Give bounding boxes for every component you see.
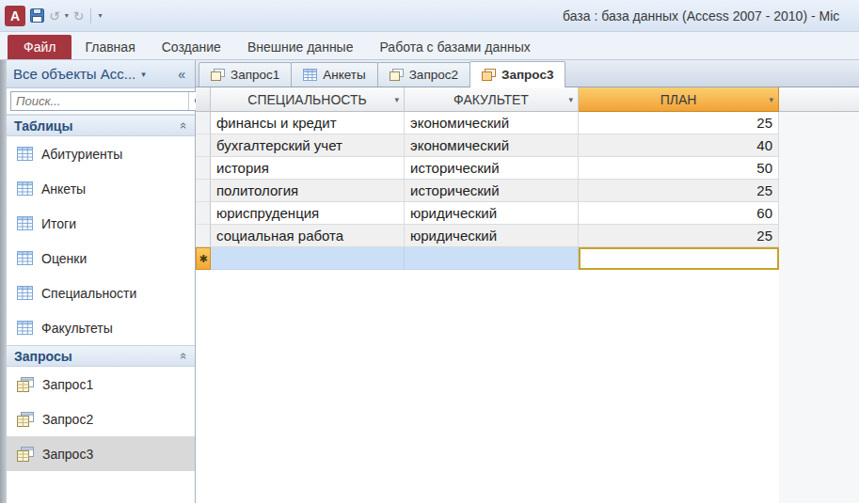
record-selector[interactable] <box>196 112 211 134</box>
sidebar-item-otsenki[interactable]: Оценки <box>7 241 195 276</box>
sidebar-item-label: Запрос1 <box>42 377 93 392</box>
doc-tab-zapros1[interactable]: Запрос1 <box>199 62 292 87</box>
column-dropdown-icon[interactable]: ▾ <box>394 95 399 104</box>
query-icon <box>390 69 404 81</box>
table-row: бухгалтерский учет экономический 40 <box>196 134 859 157</box>
shutter-close-icon[interactable]: « <box>175 67 188 82</box>
tab-external-data[interactable]: Внешние данные <box>234 35 367 59</box>
cell-specialnost[interactable]: политология <box>211 180 405 202</box>
cell-specialnost[interactable]: история <box>211 157 405 180</box>
doc-tab-ankety[interactable]: Анкеты <box>291 62 377 87</box>
workspace: Все объекты Acc... ▾ « Таблицы « Аб <box>0 60 859 503</box>
cell-plan[interactable]: 50 <box>579 157 779 180</box>
quick-access-toolbar: A ↺ ▾ ↻ ▾ <box>0 6 103 26</box>
sidebar-item-spetsialnosti[interactable]: Специальности <box>7 276 195 310</box>
navigation-pane-header[interactable]: Все объекты Acc... ▾ « <box>7 60 195 88</box>
table-icon <box>17 286 33 300</box>
active-cell-plan[interactable] <box>579 247 779 270</box>
undo-icon[interactable]: ↺ <box>49 9 60 23</box>
column-dropdown-icon[interactable]: ▾ <box>568 95 573 104</box>
column-header-specialnost[interactable]: СПЕЦИАЛЬНОСТЬ ▾ <box>211 87 405 112</box>
sidebar-item-ankety[interactable]: Анкеты <box>7 171 195 206</box>
cell-plan[interactable]: 60 <box>579 202 779 225</box>
cell-plan[interactable]: 25 <box>579 225 779 247</box>
section-header-queries[interactable]: Запросы « <box>7 345 195 367</box>
document-tab-bar: Запрос1 Анкеты Запрос2 Запрос3 <box>196 60 859 87</box>
doc-tab-zapros3[interactable]: Запрос3 <box>469 61 565 87</box>
query-icon <box>211 69 225 81</box>
record-selector[interactable] <box>196 202 211 225</box>
record-selector[interactable] <box>196 180 211 202</box>
table-icon <box>17 216 33 230</box>
cell-fakultet[interactable] <box>405 247 579 270</box>
column-header-label: СПЕЦИАЛЬНОСТЬ <box>247 92 366 107</box>
cell-fakultet[interactable]: исторический <box>405 157 579 180</box>
doc-tab-label: Запрос2 <box>409 68 458 82</box>
section-header-tables[interactable]: Таблицы « <box>7 115 195 136</box>
table-row: юриспруденция юридический 60 <box>196 202 859 225</box>
cell-plan[interactable]: 25 <box>579 180 779 202</box>
table-row: история исторический 50 <box>196 157 859 180</box>
column-header-plan[interactable]: ПЛАН ▾ <box>579 87 779 112</box>
search-row <box>7 88 195 115</box>
table-icon <box>17 251 33 265</box>
search-input[interactable] <box>11 92 188 110</box>
titlebar: A ↺ ▾ ↻ ▾ база : база данных (Access 200… <box>0 0 859 32</box>
tab-create[interactable]: Создание <box>149 35 234 59</box>
cell-fakultet[interactable]: исторический <box>405 180 579 202</box>
new-record-row: ✱ <box>196 247 859 270</box>
doc-tab-label: Запрос1 <box>231 68 279 82</box>
doc-tab-label: Анкеты <box>323 68 365 82</box>
cell-specialnost[interactable]: юриспруденция <box>211 202 405 225</box>
chevron-down-icon[interactable]: ▾ <box>141 70 146 79</box>
doc-tab-zapros2[interactable]: Запрос2 <box>377 62 470 87</box>
cell-specialnost[interactable]: финансы и кредит <box>211 112 405 134</box>
sidebar-item-fakultety[interactable]: Факультеты <box>7 310 195 345</box>
record-selector[interactable] <box>196 134 211 157</box>
sidebar-item-label: Итоги <box>41 216 76 231</box>
tab-home[interactable]: Главная <box>72 35 148 59</box>
customize-qat-icon[interactable]: ▾ <box>98 11 102 20</box>
column-header-fakultet[interactable]: ФАКУЛЬТЕТ ▾ <box>405 87 579 112</box>
collapse-section-icon[interactable]: « <box>177 122 191 129</box>
column-header-label: ФАКУЛЬТЕТ <box>453 92 529 107</box>
table-icon <box>17 321 33 335</box>
new-record-icon[interactable]: ✱ <box>196 247 211 270</box>
sidebar-item-label: Запрос3 <box>42 447 93 462</box>
cell-specialnost[interactable]: бухгалтерский учет <box>211 134 405 157</box>
select-all-box[interactable] <box>196 87 211 112</box>
redo-icon[interactable]: ↻ <box>73 9 85 23</box>
sidebar-item-label: Абитуриенты <box>41 147 122 162</box>
sidebar-item-zapros3[interactable]: Запрос3 <box>7 436 195 471</box>
cell-fakultet[interactable]: экономический <box>405 112 579 134</box>
tab-file[interactable]: Файл <box>8 35 72 59</box>
cell-fakultet[interactable]: юридический <box>405 202 579 225</box>
sidebar-item-abiturienty[interactable]: Абитуриенты <box>7 136 195 171</box>
column-dropdown-icon[interactable]: ▾ <box>769 95 773 104</box>
query-icon <box>17 447 34 462</box>
cell-plan[interactable]: 40 <box>579 134 779 157</box>
table-row: политология исторический 25 <box>196 180 859 202</box>
table-icon <box>17 147 33 161</box>
sidebar-item-zapros1[interactable]: Запрос1 <box>7 367 195 402</box>
cell-specialnost[interactable] <box>211 247 405 270</box>
collapse-section-icon[interactable]: « <box>177 353 191 359</box>
access-app-icon[interactable]: A <box>5 6 25 26</box>
cell-fakultet[interactable]: юридический <box>405 225 579 247</box>
sidebar-item-itogi[interactable]: Итоги <box>7 206 195 241</box>
record-selector[interactable] <box>196 157 211 180</box>
document-area: Запрос1 Анкеты Запрос2 Запрос3 <box>196 60 859 503</box>
undo-dropdown-icon[interactable]: ▾ <box>65 11 69 20</box>
table-icon <box>303 69 317 81</box>
cell-specialnost[interactable]: социальная работа <box>211 225 405 247</box>
save-icon[interactable] <box>30 8 44 23</box>
table-row: социальная работа юридический 25 <box>196 225 859 247</box>
datasheet: СПЕЦИАЛЬНОСТЬ ▾ ФАКУЛЬТЕТ ▾ ПЛАН ▾ финан… <box>196 87 859 503</box>
record-selector[interactable] <box>196 225 211 247</box>
section-label: Таблицы <box>14 118 72 134</box>
tab-database-tools[interactable]: Работа с базами данных <box>366 35 543 59</box>
cell-fakultet[interactable]: экономический <box>405 134 579 157</box>
sidebar-item-zapros2[interactable]: Запрос2 <box>7 402 195 436</box>
cell-plan[interactable]: 25 <box>579 112 779 134</box>
sidebar-item-label: Специальности <box>41 286 136 301</box>
